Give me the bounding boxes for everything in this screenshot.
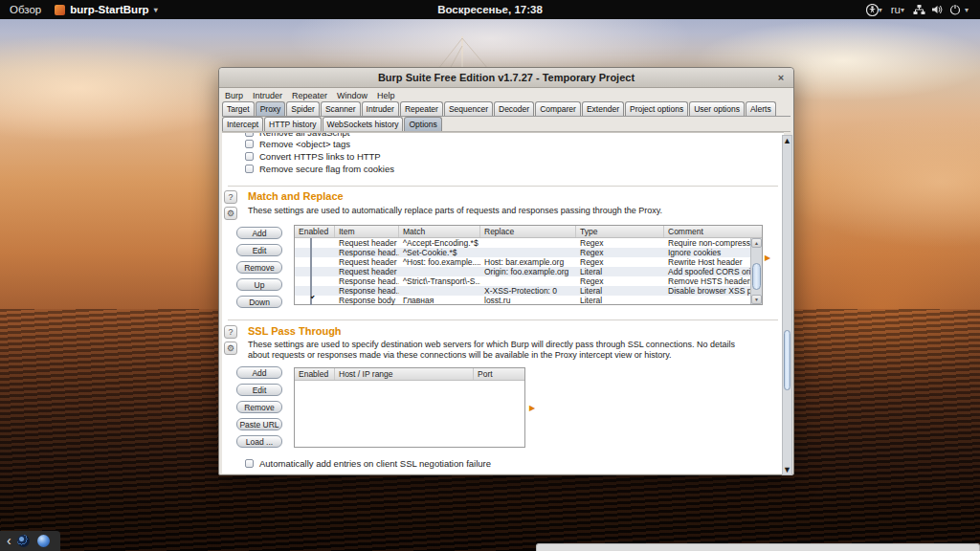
mr-edit-button[interactable]: Edit: [236, 244, 282, 256]
scrollbar-thumb[interactable]: [784, 330, 791, 390]
gear-icon[interactable]: ⚙: [224, 207, 237, 220]
row-enabled-checkbox[interactable]: [310, 267, 312, 276]
window-titlebar[interactable]: Burp Suite Free Edition v1.7.27 - Tempor…: [219, 68, 793, 88]
ssl-edit-button[interactable]: Edit: [236, 384, 282, 396]
row-enabled-checkbox[interactable]: [310, 238, 312, 248]
row-enabled-checkbox[interactable]: [310, 286, 312, 296]
activities-button[interactable]: Обзор: [10, 4, 41, 15]
tab-extender[interactable]: Extender: [582, 101, 624, 116]
gear-icon[interactable]: ⚙: [224, 342, 237, 355]
dock: ‹: [0, 531, 60, 551]
table-row[interactable]: Response body Главная losst.ru Literal: [295, 296, 750, 305]
scroll-down-icon[interactable]: ▼: [751, 295, 762, 304]
tab-alerts[interactable]: Alerts: [746, 101, 776, 116]
chevron-down-icon: ▾: [965, 6, 969, 14]
keyboard-layout-menu[interactable]: ru ▾: [891, 4, 904, 15]
tab-repeater[interactable]: Repeater: [400, 101, 443, 116]
checkbox-icon[interactable]: [245, 132, 254, 137]
tab-spider[interactable]: Spider: [286, 101, 320, 116]
table-header: Enabled Item Match Replace Type Comment: [295, 226, 762, 238]
menu-repeater[interactable]: Repeater: [292, 91, 327, 100]
col-enabled[interactable]: Enabled: [295, 226, 335, 237]
ssl-paste-url-button[interactable]: Paste URL: [236, 418, 282, 430]
help-icon[interactable]: ?: [224, 325, 237, 339]
chevron-down-icon: ▾: [879, 6, 882, 14]
tab-project-options[interactable]: Project options: [625, 101, 688, 116]
tab-sequencer[interactable]: Sequencer: [444, 101, 493, 116]
tab-comparer[interactable]: Comparer: [535, 101, 581, 116]
main-scrollbar[interactable]: ▲ ▼: [782, 135, 792, 475]
dock-app-icon-2[interactable]: [37, 535, 50, 547]
col-replace[interactable]: Replace: [480, 226, 576, 237]
mr-remove-button[interactable]: Remove: [236, 261, 282, 274]
mr-up-button[interactable]: Up: [236, 278, 282, 291]
ssl-remove-button[interactable]: Remove: [236, 401, 282, 413]
help-icon[interactable]: ?: [224, 190, 237, 204]
tab-target[interactable]: Target: [222, 101, 255, 116]
table-row[interactable]: Request header ^Host: foo.example.... Ho…: [295, 257, 750, 267]
tab-scanner[interactable]: Scanner: [321, 101, 361, 116]
checkbox-convert-https[interactable]: Convert HTTPS links to HTTP: [245, 151, 381, 162]
checkbox-label: Remove secure flag from cookies: [259, 164, 394, 174]
mr-add-button[interactable]: Add: [236, 227, 282, 239]
checkbox-icon[interactable]: [245, 165, 254, 173]
tab-intruder[interactable]: Intruder: [362, 101, 399, 116]
checkbox-icon[interactable]: [245, 459, 254, 468]
menu-burp[interactable]: Burp: [225, 91, 243, 100]
table-row[interactable]: Request header Origin: foo.example.org L…: [295, 267, 750, 276]
checkbox-remove-all-javascript[interactable]: Remove all JavaScript: [245, 132, 350, 138]
row-enabled-checkbox[interactable]: [310, 257, 312, 267]
col-item[interactable]: Item: [335, 226, 399, 237]
resize-arrow-icon[interactable]: ▶: [529, 404, 535, 412]
tab-proxy[interactable]: Proxy: [256, 101, 286, 116]
section-divider: [228, 320, 778, 320]
col-match[interactable]: Match: [399, 226, 480, 237]
checkbox-icon[interactable]: [245, 140, 254, 148]
table-row[interactable]: Response head... X-XSS-Protection: 0 Lit…: [295, 286, 750, 296]
checkbox-remove-object-tags[interactable]: Remove <object> tags: [245, 139, 350, 149]
app-menu-button[interactable]: burp-StartBurp ▾: [55, 4, 157, 15]
subtab-intercept[interactable]: Intercept: [222, 117, 263, 131]
subtab-http-history[interactable]: HTTP history: [264, 117, 321, 131]
volume-icon: [931, 4, 944, 15]
col-enabled[interactable]: Enabled: [295, 368, 335, 380]
col-type[interactable]: Type: [576, 226, 664, 237]
row-enabled-checkbox[interactable]: [310, 248, 312, 257]
ssl-add-button[interactable]: Add: [236, 366, 282, 379]
scroll-down-icon[interactable]: ▼: [783, 465, 791, 474]
ssl-load-button[interactable]: Load ...: [236, 435, 282, 448]
table-row[interactable]: Request header ^Accept-Encoding.*$ Regex…: [295, 238, 750, 248]
checkbox-remove-secure-flag[interactable]: Remove secure flag from cookies: [245, 164, 394, 174]
close-icon[interactable]: ×: [774, 71, 788, 84]
table-row[interactable]: Response head... ^Strict\-Transport\-S..…: [295, 276, 750, 286]
resize-arrow-icon[interactable]: ▶: [765, 253, 770, 262]
col-host-ip-range[interactable]: Host / IP range: [335, 368, 474, 380]
menu-intruder[interactable]: Intruder: [253, 91, 282, 100]
menu-window[interactable]: Window: [337, 91, 368, 100]
hidden-window-edge[interactable]: [536, 543, 980, 551]
checkbox-label: Remove <object> tags: [259, 139, 350, 149]
subtab-options[interactable]: Options: [404, 117, 441, 131]
menu-help[interactable]: Help: [377, 91, 395, 100]
row-enabled-checkbox[interactable]: [310, 296, 312, 305]
checkbox-icon[interactable]: [245, 152, 254, 161]
table-scrollbar[interactable]: ▲ ▼: [750, 238, 762, 304]
row-enabled-checkbox[interactable]: [310, 276, 312, 286]
accessibility-menu[interactable]: ▾: [866, 4, 882, 16]
checkbox-auto-add-ssl-failures[interactable]: Automatically add entries on client SSL …: [245, 458, 491, 469]
chevron-down-icon: ▾: [901, 6, 904, 14]
scroll-up-icon[interactable]: ▲: [751, 238, 762, 248]
col-port[interactable]: Port: [474, 368, 524, 380]
chevron-left-icon[interactable]: ‹: [0, 533, 17, 550]
tab-decoder[interactable]: Decoder: [494, 101, 534, 116]
mr-down-button[interactable]: Down: [236, 296, 282, 308]
tab-user-options[interactable]: User options: [689, 101, 745, 116]
dock-app-icon-1[interactable]: [17, 535, 30, 547]
col-comment[interactable]: Comment: [664, 226, 762, 237]
scrollbar-thumb[interactable]: [752, 263, 761, 290]
subtab-websockets-history[interactable]: WebSockets history: [323, 117, 404, 131]
scroll-up-icon[interactable]: ▲: [783, 136, 791, 145]
system-menu[interactable]: ▾: [913, 4, 969, 15]
window-title: Burp Suite Free Edition v1.7.27 - Tempor…: [378, 72, 635, 83]
table-row[interactable]: Response head... ^Set-Cookie.*$ Regex Ig…: [295, 248, 750, 257]
